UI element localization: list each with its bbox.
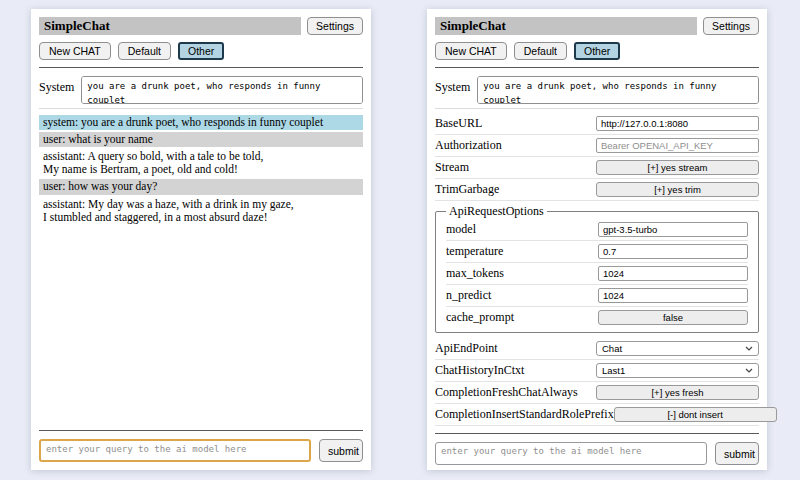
divider (39, 430, 363, 431)
chat-history-select[interactable]: Last1 (596, 363, 759, 378)
session-other-button[interactable]: Other (574, 42, 620, 60)
chat-log: system: you are a drunk poet, who respon… (39, 115, 363, 225)
authorization-label: Authorization (435, 138, 502, 153)
system-label: System (39, 76, 74, 95)
cache-prompt-toggle-button[interactable]: false (598, 310, 748, 325)
chevron-down-icon (745, 346, 753, 351)
api-endpoint-select[interactable]: Chat (596, 341, 759, 356)
chat-message-system: system: you are a drunk poet, who respon… (39, 115, 363, 130)
n-predict-label: n_predict (446, 288, 491, 303)
setting-row-cache-prompt: cache_prompt false (446, 307, 748, 328)
session-toolbar: New CHAT Default Other (39, 42, 363, 60)
n-predict-input[interactable] (598, 288, 748, 303)
setting-row-baseurl: BaseURL (435, 113, 759, 135)
system-label: System (435, 76, 470, 95)
query-input[interactable] (39, 439, 311, 462)
setting-row-apiendpoint: ApiEndPoint Chat (435, 338, 759, 360)
header-bar: SimpleChat Settings (435, 17, 759, 35)
new-chat-button[interactable]: New CHAT (39, 42, 111, 60)
setting-row-temperature: temperature (446, 241, 748, 263)
system-prompt-input[interactable]: you are a drunk poet, who responds in fu… (81, 76, 363, 104)
divider (435, 108, 759, 109)
api-request-options-fieldset: ApiRequestOptions model temperature max_… (435, 204, 759, 333)
model-input[interactable] (598, 222, 748, 237)
setting-row-completioninsertstandardroleprefix: CompletionInsertStandardRolePrefix [-] d… (435, 404, 759, 426)
stream-label: Stream (435, 160, 469, 175)
query-row: submit (435, 442, 759, 465)
app-title: SimpleChat (39, 17, 301, 35)
model-label: model (446, 222, 476, 237)
trimgarbage-label: TrimGarbage (435, 182, 499, 197)
system-prompt-input[interactable]: you are a drunk poet, who responds in fu… (477, 76, 759, 104)
max-tokens-label: max_tokens (446, 266, 504, 281)
completion-insert-toggle-button[interactable]: [-] dont insert (614, 407, 777, 422)
completionfreshchatalways-label: CompletionFreshChatAlways (435, 385, 578, 400)
settings-button[interactable]: Settings (703, 17, 759, 35)
baseurl-label: BaseURL (435, 116, 482, 131)
completion-fresh-toggle-button[interactable]: [+] yes fresh (596, 385, 759, 400)
chat-history-selected-value: Last1 (602, 365, 625, 376)
header-bar: SimpleChat Settings (39, 17, 363, 35)
baseurl-input[interactable] (596, 116, 759, 131)
stream-toggle-button[interactable]: [+] yes stream (596, 160, 759, 175)
session-default-button[interactable]: Default (514, 42, 567, 60)
trimgarbage-toggle-button[interactable]: [+] yes trim (596, 182, 759, 197)
system-prompt-row: System you are a drunk poet, who respond… (39, 76, 363, 104)
chat-panel: SimpleChat Settings New CHAT Default Oth… (31, 9, 371, 470)
setting-row-authorization: Authorization (435, 135, 759, 157)
system-prompt-row: System you are a drunk poet, who respond… (435, 76, 759, 104)
cache-prompt-label: cache_prompt (446, 310, 514, 325)
settings-button[interactable]: Settings (307, 17, 363, 35)
chathistoryinctxt-label: ChatHistoryInCtxt (435, 363, 524, 378)
new-chat-button[interactable]: New CHAT (435, 42, 507, 60)
query-input[interactable] (435, 442, 707, 465)
setting-row-max-tokens: max_tokens (446, 263, 748, 285)
query-row: submit (39, 439, 363, 462)
setting-row-n-predict: n_predict (446, 285, 748, 307)
max-tokens-input[interactable] (598, 266, 748, 281)
spacer (39, 225, 363, 423)
setting-row-trimgarbage: TrimGarbage [+] yes trim (435, 179, 759, 201)
setting-row-stream: Stream [+] yes stream (435, 157, 759, 179)
api-request-options-legend: ApiRequestOptions (446, 204, 547, 219)
divider (435, 433, 759, 434)
submit-button[interactable]: submit (319, 439, 363, 462)
api-endpoint-selected-value: Chat (602, 343, 622, 354)
app-title: SimpleChat (435, 17, 697, 35)
divider (39, 108, 363, 109)
divider (39, 67, 363, 68)
settings-form: BaseURL Authorization Stream [+] yes str… (435, 113, 759, 426)
chat-message-assistant: assistant: A query so bold, with a tale … (39, 149, 363, 177)
chat-message-user: user: what is your name (39, 132, 363, 147)
completioninsertstandardroleprefix-label: CompletionInsertStandardRolePrefix (435, 407, 614, 422)
setting-row-completionfreshchatalways: CompletionFreshChatAlways [+] yes fresh (435, 382, 759, 404)
divider (435, 67, 759, 68)
temperature-label: temperature (446, 244, 503, 259)
chat-message-assistant: assistant: My day was a haze, with a dri… (39, 197, 363, 225)
session-toolbar: New CHAT Default Other (435, 42, 759, 60)
setting-row-model: model (446, 219, 748, 241)
settings-panel: SimpleChat Settings New CHAT Default Oth… (427, 9, 767, 470)
submit-button[interactable]: submit (715, 442, 759, 465)
apiendpoint-label: ApiEndPoint (435, 341, 498, 356)
desktop: SimpleChat Settings New CHAT Default Oth… (0, 0, 800, 480)
chat-message-user: user: how was your day? (39, 179, 363, 194)
chevron-down-icon (745, 368, 753, 373)
authorization-input[interactable] (596, 138, 759, 153)
session-default-button[interactable]: Default (118, 42, 171, 60)
setting-row-chathistoryinctxt: ChatHistoryInCtxt Last1 (435, 360, 759, 382)
temperature-input[interactable] (598, 244, 748, 259)
session-other-button[interactable]: Other (178, 42, 224, 60)
